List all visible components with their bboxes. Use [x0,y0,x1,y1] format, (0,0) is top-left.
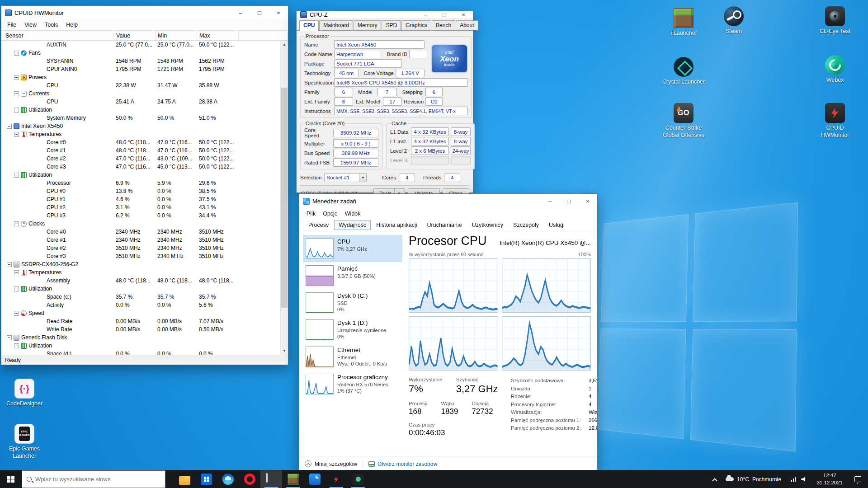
cpuz-tab[interactable]: SPD [382,20,401,30]
sensor-row[interactable]: AUXTIN 25.0 °C (77.0... 25.0 °C (77.0...… [1,41,280,49]
cpuz-tab[interactable]: Mainboard [319,20,353,30]
task-manager-tab[interactable]: Procesy [304,220,333,230]
cpuz-titlebar[interactable]: CPU-Z – □ × [297,11,473,18]
sensor-row[interactable]: Utilization [1,342,280,350]
tree-expander-icon[interactable] [14,132,19,137]
sidebar-item-disk0[interactable]: Dysk 0 (C:) SSD 0% [303,289,402,316]
sensor-row[interactable]: Currents [1,89,280,98]
tree-expander-icon[interactable] [14,108,19,113]
menu-item[interactable]: Opcje [319,209,341,218]
sensor-row[interactable]: Write Rate 0.00 MB/s 0.00 MB/s 0.50 MB/s [1,325,280,333]
fewer-details-button[interactable]: Mniej szczegółów [305,460,357,467]
sensor-row[interactable]: Powers [1,73,280,81]
sensor-row[interactable]: Assembly 48.0 °C (118... 48.0 °C (118...… [1,277,280,285]
sensor-row[interactable]: CPU 25.41 A 24.75 A 28.38 A [1,98,280,106]
task-manager-tab[interactable]: Szczegóły [509,220,543,230]
sensor-row[interactable]: Core #1 2340 MHz 2340 MHz 3510 MHz [1,236,280,244]
volume-icon[interactable] [801,477,807,482]
menu-item[interactable]: Widok [341,209,364,218]
sensor-row[interactable]: CPUFANIN0 1795 RPM 1721 RPM 1795 RPM [1,65,280,73]
sensor-row[interactable]: Utilization [1,171,280,179]
sensor-row[interactable]: Activity 0.0 % 0.0 % 5.6 % [1,301,280,309]
sidebar-item-cpu[interactable]: CPU 7% 3,27 GHz [303,235,402,262]
tree-expander-icon[interactable] [7,262,12,267]
sensor-row[interactable]: Speed [1,309,280,317]
start-button[interactable] [0,470,22,488]
taskbar-app-hwmonitor[interactable] [326,470,347,488]
desktop-icon-tlauncher[interactable]: TLauncher [661,8,706,37]
task-manager-tab[interactable]: Usługi [544,220,569,230]
sensor-row[interactable]: CPU 32.38 W 31.47 W 35.88 W [1,81,280,89]
column-header-max[interactable]: Max [197,31,239,40]
sensor-row[interactable]: Core #0 2340 MHz 2340 MHz 3510 MHz [1,228,280,236]
taskbar-app-edge[interactable] [217,470,239,488]
minimize-button[interactable]: – [416,11,435,18]
sidebar-item-ethernet[interactable]: Ethernet Ethernet Wys.: 0 Odebr.: 0 Kb/s [303,343,402,371]
menu-item[interactable]: Tools [41,20,62,29]
desktop-icon-cl-eye-test[interactable]: CL-Eye Test [812,6,858,35]
sensor-row[interactable]: Generic Flash Disk [1,333,280,342]
sensor-row[interactable]: CPU #2 3.1 % 0.0 % 43.1 % [1,203,280,211]
tree-expander-icon[interactable] [14,173,19,178]
cpu-core-graph-0[interactable] [409,258,498,313]
tree-expander-icon[interactable] [14,270,19,275]
sidebar-item-gpu[interactable]: Procesor graficzny Radeon RX 570 Series … [303,371,402,398]
taskbar-app-minecraft[interactable] [282,470,304,488]
sidebar-item-disk1[interactable]: Dysk 1 (D:) Urządzenie wymienne 0% [303,316,402,343]
sensor-row[interactable]: Temperatures [1,268,280,277]
taskbar-app-store[interactable] [195,470,217,488]
close-button[interactable]: × [269,6,288,19]
sensor-row[interactable]: CPU #0 13.8 % 0.0 % 38.5 % [1,187,280,195]
tray-overflow-chevron[interactable] [709,478,720,481]
cpuz-tab[interactable]: Graphics [401,20,431,30]
action-center-button[interactable] [847,476,868,482]
taskbar-clock[interactable]: 12:47 31.12.2021 [812,472,847,486]
sensor-row[interactable]: Processor 6.9 % 5.9 % 29.6 % [1,179,280,187]
tree-expander-icon[interactable] [14,91,19,96]
task-manager-tab[interactable]: Użytkownicy [467,220,508,230]
cpu-core-graph-1[interactable] [502,258,591,313]
vertical-scrollbar[interactable]: ▲ ▼ [280,41,288,355]
sensor-row[interactable]: Temperatures [1,130,280,138]
tree-expander-icon[interactable] [14,286,19,291]
tree-expander-icon[interactable] [7,335,12,340]
search-input[interactable] [35,476,160,483]
column-header-sensor[interactable]: Sensor [1,31,114,40]
sensor-row[interactable]: Core #1 48.0 °C (118... 47.0 °C (116... … [1,146,280,155]
tree-expander-icon[interactable] [14,221,19,226]
scroll-down-icon[interactable]: ▼ [281,347,288,355]
tree-expander-icon[interactable] [14,75,19,80]
menu-item[interactable]: File [3,20,20,29]
scroll-up-icon[interactable]: ▲ [281,41,288,48]
tree-expander-icon[interactable] [14,311,19,316]
sidebar-item-memory[interactable]: Pamięć 3,5/7,0 GB (50%) [303,262,402,289]
network-icon[interactable] [791,477,796,482]
minimize-button[interactable]: – [231,6,250,19]
cpuz-tab[interactable]: Bench [432,20,455,30]
tree-expander-icon[interactable] [14,51,19,56]
sensor-row[interactable]: CPU #1 4.6 % 0.0 % 37.5 % [1,195,280,203]
sensor-row[interactable]: Core #2 3510 MHz 2340 MHz 3510 MHz [1,244,280,252]
sensor-row[interactable]: Space (d:) 0.0 % 0.0 % 0.0 % [1,350,280,355]
minimize-button[interactable]: – [540,194,559,208]
close-button[interactable]: × [454,11,473,18]
sensor-row[interactable]: SYSFANIN 1548 RPM 1548 RPM 1562 RPM [1,57,280,65]
socket-selector[interactable]: Socket #1 ▼ [324,173,367,182]
desktop-icon-steam[interactable]: Steam [711,6,756,35]
weather-widget[interactable]: 10°C Pochmurnie [720,476,787,483]
cpu-core-graph-2[interactable] [409,316,498,371]
taskbar-search[interactable] [22,470,165,488]
open-resource-monitor-link[interactable]: Otwórz monitor zasobów [368,461,437,467]
sensor-row[interactable]: Read Rate 0.00 MB/s 0.00 MB/s 7.07 MB/s [1,317,280,325]
hwmonitor-titlebar[interactable]: CPUID HWMonitor – □ × [1,6,288,19]
maximize-button[interactable]: □ [435,11,454,18]
column-header-value[interactable]: Value [114,31,156,40]
taskbar-app-opera[interactable] [239,470,260,488]
sensor-row[interactable]: Clocks [1,220,280,228]
maximize-button[interactable]: □ [250,6,269,19]
cpuz-tab[interactable]: About [456,20,478,30]
sensor-row[interactable]: Core #3 3510 MHz 2340 M Hz 3510 MHz [1,252,280,260]
cpuz-tab[interactable]: CPU [299,20,319,31]
maximize-button[interactable]: □ [559,194,578,208]
desktop-icon-epic-games[interactable]: EPIC GAMES Epic Games Launcher [2,424,47,460]
